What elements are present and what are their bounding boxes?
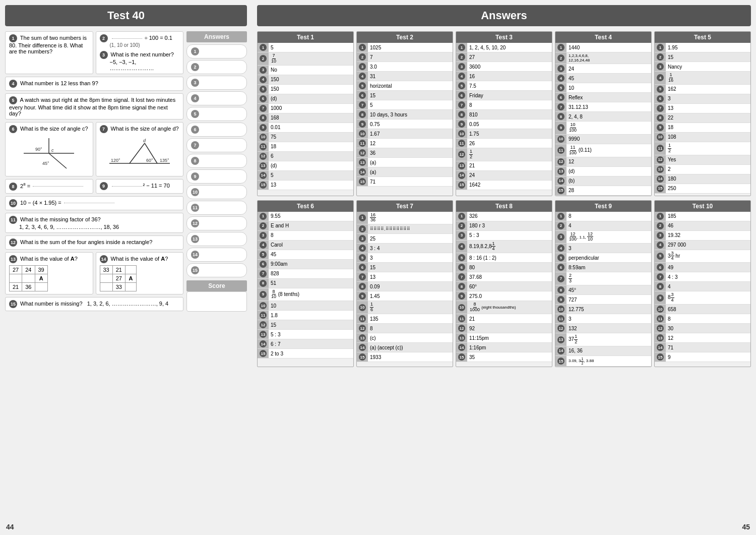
- table-row: 75: [357, 100, 453, 110]
- q13-text: What is the value of A?: [20, 256, 78, 262]
- table-row: 1535: [456, 352, 552, 362]
- answer-slot-8: 8: [186, 154, 247, 168]
- table-row: 713: [655, 103, 750, 113]
- table-row: 14(a): [357, 167, 453, 177]
- test-8-data: 1326 2180 r 3 35 : 3 48.19,8.2,814 58 : …: [456, 212, 552, 363]
- question-15: 15 What number is missing? 1, 3, 2, 6, ……: [5, 297, 183, 311]
- table-row: 860°: [456, 282, 552, 291]
- svg-text:135°: 135°: [160, 158, 169, 163]
- table-row: 12132: [555, 324, 651, 333]
- table-row: 151933: [357, 352, 453, 362]
- table-row: 80.09: [357, 282, 453, 291]
- svg-line-2: [49, 153, 67, 168]
- q14-text: What is the value of A?: [111, 256, 168, 262]
- test-7-header: Test 7: [357, 201, 453, 212]
- table-row: 11, 2, 4, 5, 10, 20: [456, 43, 552, 52]
- q2-number: 2: [100, 34, 108, 42]
- table-row: 9834: [655, 291, 750, 305]
- answer-slot-1: 1: [186, 44, 247, 58]
- table-row: 133712: [555, 333, 651, 346]
- right-page-number: 45: [742, 523, 750, 531]
- test-10-table: Test 10 1185 246 319.32 4297 000 5334 hr…: [654, 200, 751, 368]
- table-row: 74 : 3: [655, 272, 750, 282]
- table-row: 246: [655, 221, 750, 230]
- table-row: 91.45: [357, 291, 453, 301]
- table-row: 27: [357, 52, 453, 62]
- test-3-data: 11, 2, 4, 5, 10, 20 227 33600 416 57.5 6…: [456, 43, 552, 190]
- table-row: 13(d): [555, 166, 651, 176]
- q1-text: The sum of two numbers is 80. Their diff…: [9, 35, 87, 54]
- table-row: 431: [357, 72, 453, 81]
- answers-column: Answers 1 2 3 4 5 6 7 8 9 10 11 12 13 14…: [186, 31, 247, 314]
- table-row: 33600: [456, 62, 552, 72]
- question-5: 5 A watch was put right at the 8pm time …: [5, 93, 183, 120]
- test-3-header: Test 3: [456, 32, 552, 43]
- table-row: 615: [357, 263, 453, 272]
- q2-text: ÷ 100 = 0.1: [145, 35, 172, 41]
- table-row: 445: [555, 74, 651, 83]
- table-row: 1185: [655, 212, 750, 221]
- table-row: 8810: [456, 110, 552, 120]
- table-row: 113: [555, 314, 651, 324]
- table-row: 6Friday: [456, 91, 552, 100]
- table-row: 48.19,8.2,814: [456, 240, 552, 253]
- angle-d-svg: 120° 60° 135° d: [107, 136, 172, 173]
- question-14: 14 What is the value of A? 3321 27A 33: [96, 252, 184, 294]
- q12-text: What is the sum of the four angles insid…: [20, 239, 152, 245]
- answer-slot-11: 11: [186, 201, 247, 215]
- table-row: 11135: [357, 314, 453, 324]
- table-row: 1010: [258, 301, 353, 311]
- answers-section: Test 1 15 2710 3No 4150 5150 6(d) 71000 …: [257, 31, 751, 367]
- test-8-header: Test 8: [456, 201, 552, 212]
- table-row: 1424: [456, 170, 552, 180]
- table-row: 723: [555, 272, 651, 285]
- q14-number: 14: [100, 255, 108, 263]
- table-row: 43 : 4: [357, 244, 453, 253]
- table-row: 9275.0: [456, 291, 552, 301]
- test-9-data: 18 24 312100, 1.1, 1210 43 5perpendicula…: [555, 212, 651, 367]
- table-row: 145: [258, 170, 353, 180]
- q9-number: 9: [100, 182, 108, 190]
- q8-number: 8: [9, 183, 17, 191]
- question-13: 13 What is the value of A? 272439 A 2136: [5, 252, 93, 294]
- table-row: 510: [555, 83, 651, 93]
- table-row: 2180 r 3: [456, 221, 552, 230]
- table-row: 227: [456, 52, 552, 62]
- test-4-header: Test 4: [555, 32, 651, 43]
- q15-number: 15: [9, 300, 17, 308]
- table-row: 6(d): [258, 94, 353, 103]
- table-row: 325: [357, 234, 453, 244]
- q7-number: 7: [100, 125, 108, 133]
- table-row: 15: [258, 43, 353, 52]
- table-row: 24: [555, 221, 651, 230]
- test-3-table: Test 3 11, 2, 4, 5, 10, 20 227 33600 416…: [456, 31, 552, 196]
- table-row: 1081000 (eight thousandths): [456, 301, 552, 314]
- test-5-header: Test 5: [655, 32, 750, 43]
- table-row: 1236: [357, 148, 453, 158]
- test-6-data: 19.55 2E and H 38 4Carol 545 69:00am 782…: [258, 212, 353, 359]
- q2-block: 2 ÷ 100 = 0.1 (1, 10 or 100): [100, 34, 180, 48]
- table-row: 680: [456, 263, 552, 272]
- q7-text: What is the size of angle d?: [111, 126, 179, 132]
- table-row: 11.95: [655, 43, 750, 52]
- test-7-table: Test 7 11636 2⠿⠿⠿⠿.⠿⠿⠿⠿⠿⠿⠿ 325 43 : 4 53…: [356, 200, 453, 368]
- q10-number: 10: [9, 199, 17, 207]
- table-row: 90.01: [258, 123, 353, 132]
- table-row: 159: [655, 352, 750, 362]
- question-6: 6 What is the size of angle c? 90°: [5, 122, 93, 176]
- table-row: 1416, 36: [555, 346, 651, 355]
- test-9-header: Test 9: [555, 201, 651, 212]
- table-row: 13(c): [357, 333, 453, 343]
- table-row: 13(a): [357, 158, 453, 167]
- table-row: 14(a) (accept (c)): [357, 343, 453, 352]
- table-row: 15250: [655, 184, 750, 193]
- table-row: 13(d): [258, 161, 353, 170]
- table-row: 8168: [258, 113, 353, 123]
- question-9: 9 ² − 11 = 70: [96, 179, 184, 194]
- q13-number: 13: [9, 255, 17, 263]
- test-9-table: Test 9 18 24 312100, 1.1, 1210 43 5perpe…: [555, 200, 652, 368]
- table-row: 1012.775: [555, 305, 651, 314]
- table-row: 215: [655, 52, 750, 62]
- table-row: 153.09, 312, 3.88: [555, 355, 651, 366]
- table-row: 132: [655, 164, 750, 174]
